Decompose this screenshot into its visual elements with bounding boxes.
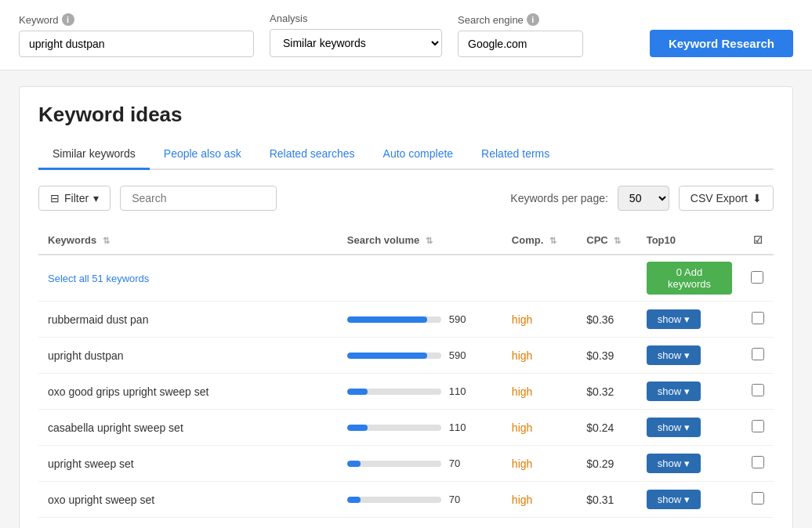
top10-cell-0: show ▾ (637, 302, 742, 338)
csv-export-button[interactable]: CSV Export ⬇ (679, 186, 774, 211)
show-button-2[interactable]: show ▾ (647, 382, 701, 401)
check-cell-3 (741, 410, 774, 446)
sv-cell-2: 110 (338, 374, 502, 410)
table-row: upright sweep set 70 high $0.29 show ▾ (38, 446, 774, 482)
sv-bar-fill-5 (347, 497, 361, 503)
tab-auto-complete[interactable]: Auto complete (369, 139, 468, 170)
search-engine-info-icon[interactable]: i (527, 13, 539, 26)
show-button-3[interactable]: show ▾ (647, 418, 701, 437)
sv-cell-0: 590 (338, 302, 502, 338)
sort-keywords-icon[interactable]: ⇅ (103, 236, 110, 246)
sv-bar-fill-2 (347, 389, 368, 395)
show-button-1[interactable]: show ▾ (647, 345, 701, 365)
keyword-input[interactable] (19, 31, 254, 57)
show-chevron-icon-1: ▾ (684, 349, 690, 361)
check-cell-2 (741, 374, 774, 410)
show-button-4[interactable]: show ▾ (647, 454, 701, 473)
cpc-cell-5: $0.31 (577, 482, 636, 518)
top10-cell-3: show ▾ (637, 410, 742, 446)
th-comp: Comp. ⇅ (502, 226, 577, 255)
download-icon: ⬇ (752, 192, 762, 204)
check-cell-1 (741, 338, 774, 374)
row-checkbox-0[interactable] (752, 312, 764, 324)
comp-value-1: high (512, 349, 532, 362)
per-page-select[interactable]: 50 100 200 (618, 186, 669, 211)
show-chevron-icon-3: ▾ (684, 421, 690, 433)
sv-cell-4: 70 (338, 446, 502, 482)
row-checkbox-4[interactable] (752, 456, 764, 468)
sv-cell-5: 70 (338, 482, 502, 518)
per-page-label: Keywords per page: (510, 192, 608, 204)
sv-bar-fill-4 (347, 461, 361, 467)
add-keywords-cell: 0 Add keywords (637, 255, 742, 302)
select-all-checkbox[interactable] (751, 271, 763, 284)
keyword-research-button[interactable]: Keyword Research (650, 30, 793, 57)
filter-icon: ⊟ (50, 192, 60, 204)
top-bar: Keyword i Analysis Similar keywords Rela… (0, 0, 812, 71)
keyword-cell-2: oxo good grips upright sweep set (38, 374, 338, 410)
sv-cell-3: 110 (338, 410, 502, 446)
tab-people-also-ask[interactable]: People also ask (150, 139, 256, 170)
sv-value-1: 590 (449, 349, 473, 361)
search-engine-input[interactable] (458, 31, 583, 57)
table-header-row: Keywords ⇅ Search volume ⇅ Comp. ⇅ CPC ⇅… (38, 226, 774, 255)
comp-cell-5: high (502, 482, 577, 518)
row-checkbox-3[interactable] (752, 420, 764, 432)
sv-bar-fill-0 (347, 316, 427, 323)
cpc-value-4: $0.29 (586, 457, 614, 470)
cpc-value-2: $0.32 (586, 385, 614, 398)
top10-cell-1: show ▾ (637, 338, 742, 374)
sv-bar-container-4: 70 (347, 457, 493, 469)
comp-cell-1: high (502, 338, 577, 374)
th-keywords: Keywords ⇅ (38, 226, 338, 255)
select-all-empty-cpc (577, 255, 636, 302)
tab-related-terms[interactable]: Related terms (467, 139, 564, 170)
keyword-field-group: Keyword i (19, 13, 254, 57)
comp-cell-2: high (502, 374, 577, 410)
cpc-value-5: $0.31 (586, 494, 614, 506)
keyword-search-input[interactable] (120, 186, 277, 211)
row-checkbox-1[interactable] (752, 348, 764, 360)
comp-cell-0: high (502, 302, 577, 338)
keyword-cell-5: oxo upright sweep set (38, 482, 338, 518)
tab-similar-keywords[interactable]: Similar keywords (38, 139, 150, 170)
sv-bar-track-3 (347, 425, 441, 431)
sv-bar-container-3: 110 (347, 421, 493, 433)
show-chevron-icon-0: ▾ (684, 313, 690, 325)
check-cell-5 (741, 482, 774, 518)
select-all-header-icon[interactable]: ☑ (753, 234, 763, 246)
analysis-label: Analysis (270, 13, 442, 24)
show-button-5[interactable]: show ▾ (647, 490, 701, 509)
search-engine-label: Search engine i (458, 13, 583, 26)
sv-bar-track-1 (347, 353, 441, 359)
table-row: upright dustpan 590 high $0.39 show ▾ (38, 338, 774, 374)
analysis-select[interactable]: Similar keywords Related keywords Broad … (270, 29, 442, 57)
sv-cell-1: 590 (338, 338, 502, 374)
table-row: oxo good grips upright sweep set 110 hig… (38, 374, 774, 410)
row-checkbox-5[interactable] (752, 492, 764, 504)
show-button-0[interactable]: show ▾ (647, 309, 701, 329)
top10-cell-2: show ▾ (637, 374, 742, 410)
select-all-link[interactable]: Select all 51 keywords (48, 273, 149, 284)
sort-cpc-icon[interactable]: ⇅ (614, 236, 621, 246)
cpc-cell-0: $0.36 (577, 302, 636, 338)
row-checkbox-2[interactable] (752, 384, 764, 396)
select-all-row: Select all 51 keywords 0 Add keywords (38, 255, 774, 302)
select-all-check-cell (741, 255, 774, 302)
keywords-table: Keywords ⇅ Search volume ⇅ Comp. ⇅ CPC ⇅… (38, 226, 774, 518)
keyword-label: Keyword i (19, 13, 254, 26)
sv-bar-container-0: 590 (347, 313, 493, 325)
keyword-info-icon[interactable]: i (62, 13, 74, 26)
filter-button[interactable]: ⊟ Filter ▾ (38, 186, 111, 211)
sv-value-4: 70 (449, 457, 473, 469)
top10-cell-5: show ▾ (637, 482, 742, 518)
sv-bar-container-1: 590 (347, 349, 493, 361)
sort-sv-icon[interactable]: ⇅ (426, 236, 433, 246)
add-keywords-button[interactable]: 0 Add keywords (647, 262, 733, 295)
sort-comp-icon[interactable]: ⇅ (549, 236, 556, 246)
sv-bar-track-5 (347, 497, 441, 503)
tab-related-searches[interactable]: Related searches (256, 139, 369, 170)
sv-bar-fill-3 (347, 425, 368, 431)
comp-value-0: high (512, 313, 532, 326)
keyword-cell-4: upright sweep set (38, 446, 338, 482)
